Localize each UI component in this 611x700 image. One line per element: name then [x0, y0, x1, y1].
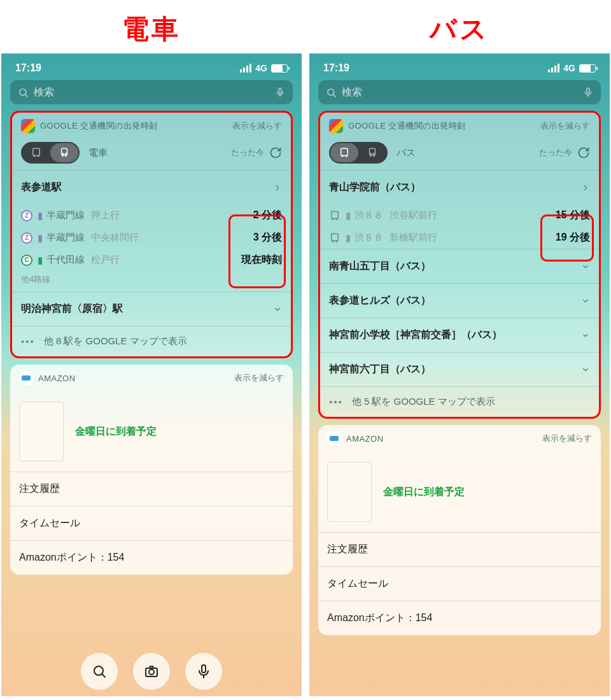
google-transit-widget-bus: GOOGLE 交通機関の出発時刻 表示を減らす バス たった今 青山学院前（バス… — [318, 111, 601, 419]
reduce-button[interactable]: 表示を減らす — [542, 433, 592, 444]
widget-header: AMAZON 表示を減らす — [10, 365, 293, 391]
phone-train: 17:19 4G 検索 GOOGLE 交通機関の出発時刻 表示を減らす — [1, 53, 302, 696]
svg-point-21 — [342, 156, 343, 157]
more-icon: ••• — [21, 336, 35, 347]
line-name: 半蔵門線 — [46, 232, 85, 244]
mic-icon[interactable] — [275, 86, 285, 99]
toolbar-camera-button[interactable] — [133, 653, 170, 690]
search-bar[interactable]: 検索 — [318, 80, 601, 104]
route: 渋８８ — [355, 209, 383, 221]
mic-icon[interactable] — [583, 86, 593, 99]
svg-rect-14 — [202, 665, 206, 673]
busstop-collapsed[interactable]: 神宮前六丁目（バス） — [320, 352, 599, 386]
mode-toggle[interactable] — [329, 142, 388, 164]
status-bar: 17:19 4G — [309, 53, 610, 79]
amazon-link-points[interactable]: Amazonポイント：154 — [10, 540, 293, 575]
status-bar: 17:19 4G — [1, 53, 302, 79]
widget-header: AMAZON 表示を減らす — [318, 425, 601, 452]
updated-label: たった今 — [539, 147, 572, 158]
svg-point-8 — [62, 153, 64, 155]
widget-header: GOOGLE 交通機関の出発時刻 表示を減らす — [320, 113, 599, 139]
chevron-right-icon — [581, 183, 590, 192]
amazon-link-points[interactable]: Amazonポイント：154 — [318, 601, 601, 635]
svg-line-1 — [25, 94, 27, 97]
right-column: バス 17:19 4G 検索 GOOGLE 交通機関の出発時刻 表示を減らす — [309, 0, 610, 700]
arrival-row[interactable]: 金曜日に到着予定 — [10, 391, 293, 472]
line-icon-c: C — [21, 255, 32, 266]
refresh-icon[interactable] — [269, 146, 282, 159]
arrival-message: 金曜日に到着予定 — [75, 425, 157, 438]
toggle-bus-button[interactable] — [330, 143, 358, 162]
camera-icon — [144, 664, 159, 679]
station-meijijingumae[interactable]: 明治神宮前〈原宿〉駅 — [12, 291, 291, 326]
more-stations-row[interactable]: ••• 他 5 駅を GOOGLE マップで表示 — [320, 386, 599, 417]
svg-point-13 — [149, 669, 154, 675]
widget-title: AMAZON — [346, 434, 542, 444]
search-placeholder: 検索 — [34, 86, 275, 99]
signal-icon — [548, 64, 559, 73]
destination: 渋谷駅前行 — [390, 209, 556, 221]
toolbar-mic-button[interactable] — [185, 653, 222, 690]
chevron-down-icon — [581, 297, 590, 305]
search-bar[interactable]: 検索 — [10, 80, 293, 104]
station-name: 明治神宮前〈原宿〉駅 — [21, 302, 123, 316]
arrival-row[interactable]: 金曜日に到着予定 — [318, 452, 601, 532]
station-name: 青山学院前（バス） — [329, 181, 421, 194]
busstop-aoyamagakuinmae[interactable]: 青山学院前（バス） — [320, 170, 599, 204]
search-icon — [18, 87, 29, 98]
chevron-down-icon — [581, 365, 590, 374]
bottom-toolbar — [81, 653, 222, 690]
station-omotesando[interactable]: 表参道駅 — [12, 170, 291, 204]
busstop-collapsed[interactable]: 表参道ヒルズ（バス） — [320, 283, 599, 318]
route: 渋８８ — [355, 232, 383, 244]
busstop-collapsed[interactable]: 神宮前小学校［神宮前交番］（バス） — [320, 318, 599, 352]
more-stations-row[interactable]: ••• 他 8 駅を GOOGLE マップで表示 — [12, 326, 291, 356]
svg-point-5 — [34, 156, 35, 157]
station-name: 神宮前小学校［神宮前交番］（バス） — [329, 328, 502, 342]
svg-rect-20 — [341, 148, 348, 155]
svg-line-17 — [333, 94, 335, 97]
reduce-button[interactable]: 表示を減らす — [540, 120, 590, 132]
reduce-button[interactable]: 表示を減らす — [232, 120, 282, 132]
svg-rect-2 — [279, 88, 281, 93]
amazon-link-orders[interactable]: 注文履歴 — [318, 532, 601, 566]
status-right: 4G — [240, 63, 288, 73]
chevron-down-icon — [273, 305, 282, 314]
arrival-message: 金曜日に到着予定 — [383, 486, 465, 499]
highlight-box — [540, 214, 594, 262]
more-icon: ••• — [329, 396, 343, 407]
mic-icon — [196, 664, 211, 679]
amazon-link-timesale[interactable]: タイムセール — [10, 506, 293, 540]
svg-point-28 — [336, 218, 337, 220]
amazon-icon — [19, 371, 33, 385]
station-name: 表参道ヒルズ（バス） — [329, 294, 431, 307]
line-icon-z: Z — [21, 210, 32, 221]
reduce-button[interactable]: 表示を減らす — [234, 372, 284, 384]
search-placeholder: 検索 — [342, 86, 583, 99]
svg-point-30 — [332, 241, 334, 242]
line-name: 半蔵門線 — [46, 209, 85, 221]
station-name: 表参道駅 — [21, 181, 62, 194]
toolbar-search-button[interactable] — [81, 653, 118, 690]
product-thumbnail — [19, 402, 64, 461]
toggle-train-button[interactable] — [358, 143, 386, 162]
amazon-link-timesale[interactable]: タイムセール — [318, 566, 601, 601]
chevron-down-icon — [581, 262, 590, 271]
svg-point-24 — [370, 153, 372, 155]
widget-header: GOOGLE 交通機関の出発時刻 表示を減らす — [12, 113, 291, 139]
svg-rect-29 — [332, 234, 339, 241]
mode-toggle-row: バス たった今 — [320, 139, 599, 170]
google-maps-icon — [329, 119, 343, 133]
mode-toggle[interactable] — [21, 142, 80, 164]
svg-point-27 — [332, 218, 334, 220]
amazon-link-orders[interactable]: 注文履歴 — [10, 472, 293, 506]
refresh-icon[interactable] — [577, 146, 590, 159]
bus-icon — [329, 232, 341, 244]
network-label: 4G — [255, 63, 267, 73]
svg-rect-4 — [33, 148, 40, 155]
svg-rect-26 — [332, 211, 339, 218]
widget-title: GOOGLE 交通機関の出発時刻 — [348, 120, 540, 132]
chevron-down-icon — [581, 331, 590, 340]
toggle-bus-button[interactable] — [22, 143, 50, 162]
toggle-train-button[interactable] — [50, 143, 78, 162]
